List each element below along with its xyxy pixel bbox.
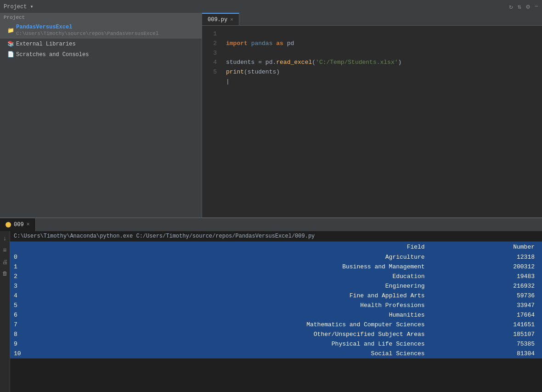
tab-close-icon[interactable]: × — [230, 17, 233, 23]
cell-number: 59736 — [432, 291, 542, 301]
bottom-tab-bar: 009 × — [0, 218, 542, 231]
minimize-icon[interactable]: − — [535, 3, 538, 11]
title-bar: Project ▾ ↻ ⇅ ⚙ − — [0, 0, 542, 13]
title-bar-left: Project ▾ — [4, 3, 34, 10]
cell-number: 141651 — [432, 320, 542, 330]
sidebar-project-label: PandasVersusExcel C:\Users\Timothy\sourc… — [16, 24, 198, 37]
sidebar: Project 📁 PandasVersusExcel C:\Users\Tim… — [0, 13, 202, 217]
table-row: 3 Engineering 216932 — [10, 281, 542, 291]
cmd-text: C:\Users\Timothy\Anaconda\python.exe C:/… — [14, 233, 315, 239]
tab-009py[interactable]: 009.py × — [202, 13, 239, 25]
bottom-tab-close[interactable]: × — [27, 222, 30, 228]
bottom-tab-label: 009 — [14, 222, 24, 228]
line-3: students = pd.read_excel('C:/Temp/Studen… — [226, 59, 401, 66]
cell-field: Social Sciences — [28, 349, 432, 358]
data-table-wrapper[interactable]: Field Number 0 Agriculture 12318 1 Busin… — [10, 242, 542, 358]
table-row: 9 Physical and Life Sciences 75385 — [10, 339, 542, 349]
cell-field: Health Professions — [28, 301, 432, 310]
cell-number: 185107 — [432, 330, 542, 339]
cell-field: Physical and Life Sciences — [28, 339, 432, 349]
sidebar-scratches-label: Scratches and Consoles — [16, 51, 89, 58]
cell-number: 17664 — [432, 310, 542, 320]
cell-index: 7 — [10, 320, 28, 330]
run-status-icon — [6, 222, 11, 227]
cell-index: 3 — [10, 281, 28, 291]
bottom-tab-run[interactable]: 009 × — [0, 218, 36, 231]
cell-index: 9 — [10, 339, 28, 349]
scratches-icon: 📄 — [7, 51, 14, 58]
cell-field: Education — [28, 272, 432, 281]
console-content: C:\Users\Timothy\Anaconda\python.exe C:/… — [10, 231, 542, 392]
cell-number: 200312 — [432, 262, 542, 272]
sidebar-item-project[interactable]: 📁 PandasVersusExcel C:\Users\Timothy\sou… — [0, 22, 202, 39]
line-1: import pandas as pd — [226, 40, 294, 47]
line-numbers: 1 2 3 4 5 — [202, 26, 220, 217]
line-num-1: 1 — [202, 29, 217, 39]
cell-field: Mathematics and Computer Sciences — [28, 320, 432, 330]
cell-number: 33947 — [432, 301, 542, 310]
code-content[interactable]: import pandas as pd students = pd.read_e… — [220, 26, 542, 217]
cell-index: 6 — [10, 310, 28, 320]
line-num-3: 3 — [202, 49, 217, 58]
sidebar-item-scratches[interactable]: 📄 Scratches and Consoles — [0, 49, 202, 60]
cell-index: 5 — [10, 301, 28, 310]
table-row: 5 Health Professions 33947 — [10, 301, 542, 310]
table-row: 8 Other/Unspecified Subject Areas 185107 — [10, 330, 542, 339]
trash-icon[interactable]: 🗑 — [2, 270, 8, 277]
table-row: 1 Business and Management 200312 — [10, 262, 542, 272]
cell-number: 81304 — [432, 349, 542, 358]
cell-index: 1 — [10, 262, 28, 272]
list-icon[interactable]: ≡ — [3, 247, 6, 254]
line-num-5: 5 — [202, 68, 217, 77]
cell-number: 12318 — [432, 252, 542, 262]
line-4: print(students) — [226, 68, 280, 75]
tab-bar: 009.py × — [202, 13, 542, 26]
scroll-down-icon[interactable]: ↓ — [3, 235, 6, 242]
settings-icon[interactable]: ⚙ — [526, 3, 530, 11]
table-header-row: Field Number — [10, 242, 542, 252]
refresh-icon[interactable]: ↻ — [509, 3, 513, 11]
sidebar-item-libraries[interactable]: 📚 External Libraries — [0, 39, 202, 49]
sidebar-title: Project — [4, 15, 25, 20]
line-5 — [226, 78, 230, 85]
console-sidebar: ↓ ≡ 🖨 🗑 — [0, 231, 10, 392]
title-bar-icons: ↻ ⇅ ⚙ − — [509, 3, 538, 11]
project-folder-icon: 📁 — [7, 27, 14, 34]
cell-field: Agriculture — [28, 252, 432, 262]
cell-field: Other/Unspecified Subject Areas — [28, 330, 432, 339]
table-row: 6 Humanities 17664 — [10, 310, 542, 320]
cell-index: 2 — [10, 272, 28, 281]
cell-index: 0 — [10, 252, 28, 262]
col-field-header: Field — [28, 242, 432, 252]
split-icon[interactable]: ⇅ — [518, 3, 521, 11]
line-num-2: 2 — [202, 39, 217, 49]
cell-number: 19483 — [432, 272, 542, 281]
project-menu[interactable]: Project ▾ — [4, 3, 34, 10]
cell-field: Engineering — [28, 281, 432, 291]
libraries-icon: 📚 — [7, 40, 14, 47]
table-row: 0 Agriculture 12318 — [10, 252, 542, 262]
cell-number: 216932 — [432, 281, 542, 291]
cell-field: Humanities — [28, 310, 432, 320]
cell-index: 8 — [10, 330, 28, 339]
line-num-4: 4 — [202, 58, 217, 68]
table-row: 4 Fine and Applied Arts 59736 — [10, 291, 542, 301]
table-row: 7 Mathematics and Computer Sciences 1416… — [10, 320, 542, 330]
col-index-header — [10, 242, 28, 252]
col-number-header: Number — [432, 242, 542, 252]
sidebar-header: Project — [0, 13, 202, 22]
output-table: Field Number 0 Agriculture 12318 1 Busin… — [10, 242, 542, 358]
cell-number: 75385 — [432, 339, 542, 349]
ide-main: Project 📁 PandasVersusExcel C:\Users\Tim… — [0, 13, 542, 217]
bottom-panel: 009 × ↓ ≡ 🖨 🗑 C:\Users\Timothy\Anaconda\… — [0, 217, 542, 392]
cell-field: Business and Management — [28, 262, 432, 272]
table-row: 10 Social Sciences 81304 — [10, 349, 542, 358]
sidebar-libraries-label: External Libraries — [16, 41, 76, 47]
tab-label: 009.py — [208, 17, 227, 23]
editor-area: 009.py × 1 2 3 4 5 import pandas as pd s… — [202, 13, 542, 217]
console-area: ↓ ≡ 🖨 🗑 C:\Users\Timothy\Anaconda\python… — [0, 231, 542, 392]
print-icon[interactable]: 🖨 — [2, 259, 8, 266]
cell-field: Fine and Applied Arts — [28, 291, 432, 301]
cell-index: 10 — [10, 349, 28, 358]
code-editor[interactable]: 1 2 3 4 5 import pandas as pd students =… — [202, 26, 542, 217]
